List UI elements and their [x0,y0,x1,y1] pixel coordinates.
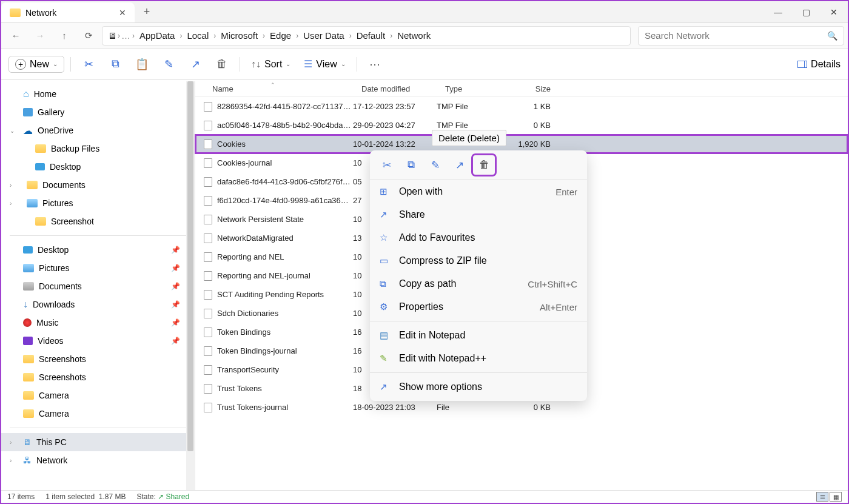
sidebar-item-downloads[interactable]: ↓Downloads📌 [1,295,195,314]
sidebar-item-desktop-pin[interactable]: Desktop📌 [1,241,195,259]
copy-button[interactable]: ⧉ [104,55,127,74]
search-box[interactable]: 🔍 [638,26,844,45]
sidebar-item-music[interactable]: Music📌 [1,314,195,332]
chevron-right-icon[interactable]: › [10,182,12,189]
sidebar-item-backup[interactable]: Backup Files [1,139,195,158]
sidebar-item-home[interactable]: ⌂Home [1,85,195,103]
sidebar-item-documents[interactable]: ›Documents [1,176,195,194]
file-icon [204,234,212,243]
sidebar-scrollbar[interactable] [186,81,195,490]
ctx-label: Add to Favourites [399,232,475,243]
refresh-button[interactable]: ⟳ [78,26,99,45]
separator [370,372,587,373]
new-tab-button[interactable]: + [135,1,159,22]
sidebar-item-videos[interactable]: Videos📌 [1,332,195,350]
column-name[interactable]: Name⌃ [204,84,353,93]
sort-button[interactable]: ↑↓ Sort ⌄ [246,59,295,70]
rename-button[interactable]: ✎ [157,55,180,74]
sidebar-item-screenshots[interactable]: Screenshots [1,350,195,368]
ctx-shortcut: Enter [555,187,577,197]
sidebar-item-pictures[interactable]: ›Pictures [1,194,195,212]
ctx-cut-button[interactable]: ✂ [376,155,398,175]
tab-network[interactable]: Network ✕ [1,2,135,22]
forward-button[interactable]: → [29,26,51,45]
list-view-button[interactable]: ☰ [816,492,828,502]
onedrive-icon: ☁ [23,125,33,136]
column-size[interactable]: Size [507,84,557,93]
ctx-open-with[interactable]: ⊞Open withEnter [370,180,587,203]
ctx-copy-button[interactable]: ⧉ [400,155,422,175]
share-button[interactable]: ↗ [184,55,207,74]
back-button[interactable]: ← [5,26,27,45]
file-icon [204,252,212,262]
minimize-button[interactable]: — [764,1,792,22]
sidebar-item-documents-pin[interactable]: Documents📌 [1,277,195,295]
breadcrumb-segment[interactable]: Microsoft [217,30,261,41]
ellipsis-icon[interactable]: … [121,30,131,41]
breadcrumb-segment[interactable]: User Data [300,30,348,41]
ctx-favourites[interactable]: ☆Add to Favourites [370,226,587,249]
file-row[interactable]: ac05f046-1478-48b5-b4b2-90c4bdaa186...29… [195,116,848,135]
column-date[interactable]: Date modified [353,84,437,93]
view-button[interactable]: ☰ View ⌄ [299,58,350,70]
chevron-down-icon[interactable]: ⌄ [10,127,15,134]
pc-icon: 🖥 [107,30,116,41]
sidebar-item-network[interactable]: ›🖧Network [1,451,195,469]
sidebar-item-label: Downloads [33,300,75,309]
close-window-button[interactable]: ✕ [820,1,848,22]
breadcrumb-segment[interactable]: Local [183,30,212,41]
sidebar-item-pictures-pin[interactable]: Pictures📌 [1,259,195,277]
separator [70,57,71,72]
cut-button[interactable]: ✂ [77,55,100,74]
ctx-copy-path[interactable]: ⧉Copy as pathCtrl+Shift+C [370,272,587,295]
ctx-share[interactable]: ↗Share [370,203,587,226]
breadcrumb-segment[interactable]: Default [353,30,389,41]
sidebar-item-gallery[interactable]: Gallery [1,103,195,121]
file-name: ac05f046-1478-48b5-b4b2-90c4bdaa186... [217,121,353,130]
scrollbar-thumb[interactable] [187,81,193,451]
ctx-delete-button[interactable]: 🗑 [473,155,495,175]
file-icon [204,328,212,337]
maximize-button[interactable]: ▢ [792,1,820,22]
sidebar-item-onedrive[interactable]: ⌄☁OneDrive [1,121,195,139]
delete-button[interactable]: 🗑 [210,55,233,74]
sidebar-item-camera[interactable]: Camera [1,386,195,405]
chevron-right-icon[interactable]: › [10,439,12,446]
chevron-right-icon[interactable]: › [10,457,12,464]
ctx-rename-button[interactable]: ✎ [424,155,446,175]
chevron-right-icon[interactable]: › [10,200,12,207]
sidebar-item-label: OneDrive [38,126,73,135]
new-button[interactable]: + New ⌄ [8,56,64,73]
file-icon [204,309,212,318]
breadcrumb[interactable]: 🖥 › … › AppData › Local › Microsoft › Ed… [102,26,631,45]
sidebar-item-screenshot[interactable]: Screenshot [1,212,195,230]
grid-view-button[interactable]: ▦ [830,492,842,502]
close-tab-icon[interactable]: ✕ [119,8,126,18]
ctx-share-button[interactable]: ↗ [449,155,471,175]
breadcrumb-segment[interactable]: Network [394,30,434,41]
more-button[interactable]: ⋯ [363,58,388,71]
ctx-edit-notepadpp[interactable]: ✎Edit with Notepad++ [370,347,587,370]
folder-icon [23,373,34,381]
ctx-more-options[interactable]: ↗Show more options [370,375,587,398]
up-button[interactable]: ↑ [53,26,75,45]
chevron-down-icon: ⌄ [286,61,290,67]
file-row[interactable]: 82869354-42fd-4415-8072-cc71137bca6f...1… [195,97,848,116]
breadcrumb-segment[interactable]: Edge [266,30,295,41]
search-input[interactable] [645,30,827,41]
sidebar-item-screenshots2[interactable]: Screenshots [1,368,195,386]
column-type[interactable]: Type [437,84,507,93]
breadcrumb-segment[interactable]: AppData [136,30,178,41]
sidebar-item-thispc[interactable]: ›🖥This PC [1,433,195,451]
search-icon[interactable]: 🔍 [827,31,837,41]
chevron-right-icon: › [180,32,182,40]
sidebar-item-camera2[interactable]: Camera [1,405,195,423]
status-items: 17 items [7,492,35,501]
details-pane-button[interactable]: Details [797,59,841,70]
sidebar-item-desktop[interactable]: Desktop [1,158,195,176]
ctx-properties[interactable]: ⚙PropertiesAlt+Enter [370,295,587,318]
paste-button[interactable]: 📋 [130,55,153,74]
ctx-edit-notepad[interactable]: ▤Edit in Notepad [370,324,587,347]
ctx-compress[interactable]: ▭Compress to ZIP file [370,249,587,272]
gallery-icon [23,108,33,116]
